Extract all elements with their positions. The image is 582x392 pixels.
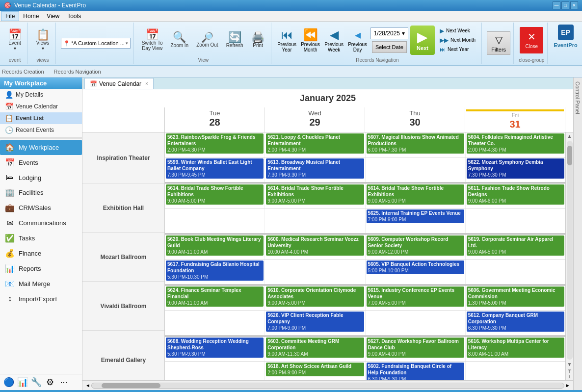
sidebar-nav-tasks[interactable]: ✅ Tasks [0, 231, 82, 246]
menu-tools[interactable]: Tools [63, 12, 85, 21]
sidebar-nav-my-workplace[interactable]: 🏠 My Workplace [0, 140, 82, 155]
event-5613[interactable]: 5613. Broadway Musical Planet Entertainm… [266, 158, 364, 179]
recent-events-label: Recent Events [16, 127, 54, 133]
event-5618[interactable]: 5618. Art Show Scicee Artisan Guild 2:00… [266, 363, 364, 376]
event-5612[interactable]: 5612. Company Banquet GRM Corporation 6:… [467, 312, 564, 332]
scroll-left-button[interactable]: ◄ [84, 383, 91, 388]
event-5600[interactable]: 5600. Medical Research Seminar Voozz Uni… [266, 235, 364, 256]
inspiration-row-2: 5599. Winter Winds Ballet East Light Bal… [165, 157, 565, 183]
maximize-button[interactable]: □ [561, 1, 569, 9]
switch-day-icon: 📅 [146, 29, 159, 40]
horizontal-scroll-thumb[interactable] [102, 383, 160, 388]
event-5614-wed[interactable]: 5614. Bridal Trade Show Fortible Exhibit… [266, 184, 364, 205]
bottom-icon-wrench[interactable]: 🔧 [30, 376, 42, 388]
switch-to-day-view-button[interactable]: 📅 Switch ToDay View [139, 27, 166, 53]
event-button[interactable]: 📅 Event ▾ [5, 27, 25, 53]
event-5607[interactable]: 5607. Magical Illusions Show Animated Pr… [367, 133, 464, 154]
venue-calendar-tab[interactable]: 📅 Venue Calendar × [84, 78, 154, 89]
next-year-button[interactable]: ⏭ Next Year [437, 45, 478, 54]
control-panel-label[interactable]: Control Panel [573, 78, 582, 390]
sidebar-nav-events[interactable]: 📅 Events [0, 155, 82, 170]
previous-month-button[interactable]: ⏪ PreviousMonth [300, 26, 321, 55]
tab-close-button[interactable]: × [145, 81, 148, 86]
refresh-button[interactable]: 🔄 Refresh [223, 30, 246, 50]
event-5610[interactable]: 5610. Corporate Orientation Citymode Ass… [266, 287, 364, 307]
scroll-down-button[interactable]: ▼ [566, 361, 573, 368]
event-5620[interactable]: 5620. Book Club Meeting Wings Literary G… [166, 235, 264, 256]
nav-lodging-icon: 🛏 [5, 173, 15, 182]
minimize-button[interactable]: — [553, 1, 560, 9]
close-button[interactable]: ✕ Close [520, 27, 543, 53]
next-month-button[interactable]: ▶▶ Next Month [437, 36, 478, 45]
next-week-button[interactable]: ▶ Next Week [437, 26, 478, 35]
scroll-thumb[interactable] [567, 146, 572, 165]
scroll-bottom-button[interactable]: ⊥ [568, 374, 572, 379]
bottom-icon-chart[interactable]: 🔵 [3, 376, 15, 388]
vertical-scrollbar[interactable]: ▲ ▼ ⊤ ⊥ [565, 132, 573, 380]
bottom-icon-settings[interactable]: ⚙ [44, 376, 56, 388]
sidebar-nav-lodging[interactable]: 🛏 Lodging [0, 170, 82, 185]
sidebar-item-event-list[interactable]: 📋 Event List [0, 112, 82, 124]
event-5626[interactable]: 5626. VIP Client Reception Fable Company… [266, 312, 364, 332]
sidebar-nav-finance[interactable]: 💰 Finance [0, 246, 82, 261]
event-5625[interactable]: 5625. Internal Training EP Events Venue … [367, 209, 464, 223]
event-5616[interactable]: 5616. Workshop Multipa Center for Litera… [467, 338, 564, 358]
scroll-up-button[interactable]: ▲ [566, 132, 573, 140]
event-5621[interactable]: 5621. Loopy & Chuckles Planet Entertainm… [266, 133, 364, 154]
event-5617[interactable]: 5617. Fundraising Gala Bilanio Hospital … [166, 261, 264, 281]
previous-day-button[interactable]: ◂ PreviousDay [347, 26, 369, 55]
event-5627[interactable]: 5627. Dance Workshop Favor Ballroom Danc… [367, 338, 464, 358]
select-date-button[interactable]: Select Date [372, 41, 407, 53]
views-button[interactable]: 📋 Views ▾ [33, 27, 53, 53]
event-5609[interactable]: 5609. Computer Workshop Record Senior So… [367, 235, 464, 256]
previous-week-button[interactable]: ◀ PreviousWeek [323, 26, 345, 55]
event-5619[interactable]: 5619. Corporate Seminar Air Apparel Ltd.… [467, 235, 564, 256]
menu-view[interactable]: View [43, 12, 63, 21]
event-5604[interactable]: 5604. Folktales Reimagined Artistive The… [467, 133, 564, 154]
event-5606[interactable]: 5606. Government Meeting Economic Commis… [467, 287, 564, 307]
event-5622[interactable]: 5622. Mozart Symphony Dembia Symphony 7:… [467, 158, 564, 179]
event-5604-time: 2:00 PM-4:30 PM [468, 147, 563, 153]
next-button[interactable]: ▶ Next [410, 26, 435, 55]
sidebar-nav-communications[interactable]: ✉ Communications [0, 215, 82, 231]
event-5623[interactable]: 5623. RainbowSparkle Frog & Friends Ente… [166, 133, 264, 154]
scroll-top-button[interactable]: ⊤ [568, 369, 572, 374]
horizontal-scrollbar[interactable] [91, 383, 564, 389]
cell-vivaldi-fri-31-r1: 5606. Government Meeting Economic Commis… [466, 286, 565, 310]
previous-year-button[interactable]: ⏮ PreviousYear [276, 26, 298, 55]
filters-button[interactable]: ▽ Filters [487, 31, 510, 55]
close-window-button[interactable]: ✕ [570, 1, 578, 9]
event-5614-thu[interactable]: 5614. Bridal Trade Show Fortible Exhibit… [367, 184, 464, 205]
sidebar-item-venue-calendar[interactable]: 📅 Venue Calendar [0, 101, 82, 112]
sidebar-nav-crm-sales[interactable]: 💼 CRM/Sales [0, 200, 82, 215]
event-5605[interactable]: 5605. VIP Banquet Action Technologies 5:… [367, 261, 464, 274]
zoom-out-button[interactable]: 🔎 Zoom Out [193, 30, 221, 50]
event-5603[interactable]: 5603. Committee Meeting GRM Corporation … [266, 338, 364, 358]
bottom-icon-more[interactable]: ··· [58, 376, 70, 388]
sidebar-nav-import-export[interactable]: ↕ Import/Export [0, 291, 82, 306]
bottom-icon-stats[interactable]: 📊 [17, 376, 28, 388]
cell-exhibition-thu-30-r2: 5625. Internal Training EP Events Venue … [366, 209, 466, 233]
zoom-in-button[interactable]: 🔍 Zoom In [167, 30, 191, 50]
event-5602[interactable]: 5602. Fundraising Banquet Circle of Help… [367, 363, 464, 380]
cell-emerald-wed-29-r1: 5603. Committee Meeting GRM Corporation … [265, 337, 365, 361]
sidebar-nav-mail-merge[interactable]: 📧 Mail Merge [0, 276, 82, 291]
event-5624[interactable]: 5624. Finance Seminar Templex Financial … [166, 287, 264, 307]
sidebar-nav-reports[interactable]: 📊 Reports [0, 261, 82, 276]
event-5599[interactable]: 5599. Winter Winds Ballet East Light Bal… [166, 158, 264, 179]
event-5615[interactable]: 5615. Industry Conference EP Events Venu… [367, 287, 464, 307]
event-5611[interactable]: 5611. Fashion Trade Show Retrodo Designs… [467, 184, 564, 205]
print-button[interactable]: 🖨️ Print [248, 30, 268, 50]
scroll-right-button[interactable]: ► [564, 383, 571, 388]
menu-file[interactable]: File [1, 11, 19, 21]
event-5614-tue[interactable]: 5614. Bridal Trade Show Fortible Exhibit… [166, 184, 264, 205]
location-dropdown[interactable]: 📍 *A Custom Location ... ▾ [61, 38, 131, 49]
sidebar-item-recent-events[interactable]: 🕒 Recent Events [0, 124, 82, 136]
day-num-29: 29 [266, 117, 364, 128]
sidebar-item-my-details[interactable]: 👤 My Details [0, 89, 82, 101]
sidebar-nav-facilities[interactable]: 🏢 Facilities [0, 185, 82, 200]
date-input[interactable]: 1/28/2025 ▾ [370, 27, 408, 39]
sidebar-my-workplace-header[interactable]: My Workplace [0, 78, 82, 89]
menu-home[interactable]: Home [19, 12, 43, 21]
event-5608[interactable]: 5608. Wedding Reception Wedding Shepherd… [166, 338, 264, 358]
